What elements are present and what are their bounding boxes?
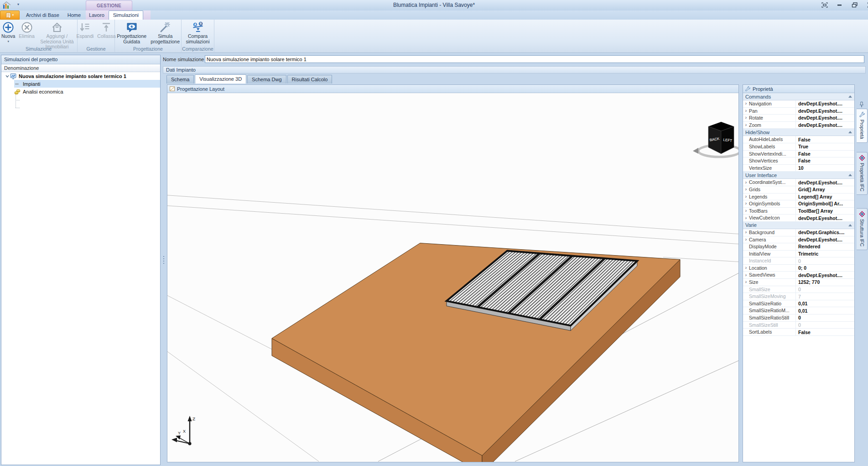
pin-icon[interactable] [858, 101, 865, 108]
expand-property-icon[interactable]: › [743, 115, 749, 120]
property-value[interactable]: 1252; 770 [796, 279, 854, 285]
collassa-button[interactable]: Collassa [96, 21, 117, 40]
ribbon-tab-home[interactable]: Home [63, 10, 85, 20]
side-tab-propriet-ifc[interactable]: Proprietà IFC [857, 152, 868, 195]
expand-property-icon[interactable]: › [743, 123, 749, 127]
property-value[interactable]: False [796, 330, 854, 335]
property-value[interactable]: devDept.Eyeshot.... [796, 272, 854, 278]
expand-property-icon[interactable]: › [743, 180, 749, 185]
property-row-legends[interactable]: ›LegendsLegend[] Array [743, 194, 854, 201]
property-row-smallsizeratio[interactable]: SmallSizeRatio0,01 [743, 300, 854, 308]
expand-property-icon[interactable]: › [743, 187, 749, 192]
progettazione-guidata-button[interactable]: Progettazione Guidata [115, 21, 148, 45]
property-row-grids[interactable]: ›GridsGrid[] Array [743, 186, 854, 194]
property-value[interactable]: devDept.Eyeshot.... [796, 122, 854, 128]
expand-property-icon[interactable]: › [743, 101, 749, 106]
property-value[interactable]: 7 [796, 294, 854, 299]
expand-property-icon[interactable]: › [743, 201, 749, 206]
property-row-showvertexindi[interactable]: ShowVertexIndi...False [743, 151, 854, 158]
property-value[interactable]: Legend[] Array [796, 194, 854, 199]
property-row-initialview[interactable]: InitialViewTrimetric [743, 251, 854, 258]
property-row-sortlabels[interactable]: SortLabelsFalse [743, 329, 854, 336]
property-value[interactable]: ToolBar[] Array [796, 208, 854, 214]
property-row-smallsizeratiom[interactable]: SmallSizeRatioM...0,01 [743, 307, 854, 314]
panel-splitter[interactable] [161, 55, 166, 465]
property-row-instanceid[interactable]: InstanceId0 [743, 257, 854, 265]
tree-item-analisi-economica[interactable]: Analisi economica [1, 88, 160, 95]
property-value[interactable]: devDept.Eyeshot.... [796, 180, 854, 185]
property-row-rotate[interactable]: ›RotatedevDept.Eyeshot.... [743, 115, 854, 122]
property-value[interactable]: False [796, 137, 854, 142]
quick-access-dropdown-icon[interactable]: ▾ [17, 2, 19, 6]
tab-schema-dwg[interactable]: Schema Dwg [247, 75, 286, 84]
property-value[interactable]: Rendered [796, 244, 854, 249]
property-value[interactable]: devDept.Eyeshot.... [796, 115, 854, 120]
expand-property-icon[interactable]: › [743, 237, 749, 242]
property-row-zoom[interactable]: ›ZoomdevDept.Eyeshot.... [743, 122, 854, 129]
tab-risultati-calcolo[interactable]: Risultati Calcolo [287, 75, 333, 84]
property-value[interactable]: True [796, 144, 854, 149]
property-value[interactable]: 0 [796, 315, 854, 320]
property-value[interactable]: devDept.Graphics.... [796, 230, 854, 235]
property-value[interactable]: Trimetric [796, 251, 854, 257]
expand-property-icon[interactable]: › [743, 209, 749, 213]
espandi-button[interactable]: Espandi [75, 21, 95, 40]
tree-column-header[interactable]: Denominazione [1, 64, 160, 72]
fullscreen-button[interactable] [821, 2, 828, 8]
simula-progettazione-button[interactable]: Simula progettazione [149, 21, 181, 45]
property-value[interactable]: devDept.Eyeshot.... [796, 101, 854, 106]
ribbon-tab-lavoro[interactable]: Lavoro [85, 10, 109, 20]
expand-property-icon[interactable]: › [743, 266, 749, 270]
side-tab-struttura-ifc[interactable]: Struttura IFC [857, 208, 868, 250]
property-row-size[interactable]: ›Size1252; 770 [743, 279, 854, 286]
expand-property-icon[interactable]: › [743, 109, 749, 113]
property-value[interactable]: devDept.Eyeshot.... [796, 108, 854, 114]
nuova-button[interactable]: Nuova▾ [0, 21, 16, 43]
close-button[interactable] [866, 2, 868, 8]
property-row-smallsizeratiostill[interactable]: SmallSizeRatioStill0 [743, 314, 854, 322]
property-value[interactable]: 0 [796, 322, 854, 328]
property-value[interactable]: OriginSymbol[] Ar... [796, 201, 854, 206]
property-row-savedviews[interactable]: ›SavedViewsdevDept.Eyeshot.... [743, 272, 854, 279]
tree-item-impianti[interactable]: Impianti [1, 80, 160, 88]
property-value[interactable]: 0; 0 [796, 265, 854, 271]
property-value[interactable]: 0,01 [796, 308, 854, 314]
collapse-section-icon[interactable] [848, 131, 852, 133]
simulation-name-input[interactable] [205, 55, 864, 63]
property-section-commands[interactable]: Commands [743, 93, 854, 100]
collapse-section-icon[interactable] [848, 174, 852, 176]
property-row-smallsize[interactable]: SmallSize0 [743, 286, 854, 293]
property-row-camera[interactable]: ›CameradevDept.Eyeshot.... [743, 236, 854, 244]
property-row-location[interactable]: ›Location0; 0 [743, 265, 854, 272]
property-row-pan[interactable]: ›PandevDept.Eyeshot.... [743, 108, 854, 115]
property-row-vertexsize[interactable]: VertexSize10 [743, 165, 854, 172]
property-value[interactable]: Grid[] Array [796, 187, 854, 192]
aggiungi-seleziona-unit-immobiliari-button[interactable]: Aggiungi / Seleziona Unità Immobiliari [37, 21, 77, 50]
property-row-navigation[interactable]: ›NavigationdevDept.Eyeshot.... [743, 100, 854, 108]
elimina-button[interactable]: Elimina [17, 21, 36, 40]
property-row-showlabels[interactable]: ShowLabelsTrue [743, 143, 854, 151]
property-row-autohidelabels[interactable]: AutoHideLabelsFalse [743, 136, 854, 143]
property-value[interactable]: 0 [796, 287, 854, 292]
property-value[interactable]: 0,01 [796, 301, 854, 306]
property-value[interactable]: 10 [796, 165, 854, 171]
property-row-background[interactable]: ›BackgrounddevDept.Graphics.... [743, 229, 854, 236]
collapse-section-icon[interactable] [848, 95, 852, 98]
expand-property-icon[interactable]: › [743, 216, 749, 220]
property-row-showvertices[interactable]: ShowVerticesFalse [743, 157, 854, 165]
restore-button[interactable] [851, 2, 858, 8]
expand-property-icon[interactable]: › [743, 230, 749, 235]
compara-simulazioni-button[interactable]: ABCompara simulazioni [182, 21, 214, 45]
ribbon-tab-archivi-di-base[interactable]: Archivi di Base [22, 10, 63, 20]
tab-visualizzazione-3d[interactable]: Visualizzazione 3D [195, 74, 246, 84]
property-row-coordinatesyst[interactable]: ›CoordinateSyst...devDept.Eyeshot.... [743, 179, 854, 186]
property-row-viewcubeicon[interactable]: ›ViewCubeIcondevDept.Eyeshot.... [743, 215, 854, 222]
side-tab-propriet[interactable]: Proprietà [857, 109, 868, 143]
3d-viewport-canvas[interactable]: BACK LEFT Z Y X [167, 93, 738, 462]
expand-property-icon[interactable]: › [743, 280, 749, 284]
property-row-smallsizemoving[interactable]: SmallSizeMoving7 [743, 293, 854, 300]
property-section-varie[interactable]: Varie [743, 222, 854, 229]
property-section-user-interface[interactable]: User Interface [743, 172, 854, 179]
chevron-down-icon[interactable] [4, 73, 10, 79]
property-row-toolbars[interactable]: ›ToolBarsToolBar[] Array [743, 208, 854, 215]
